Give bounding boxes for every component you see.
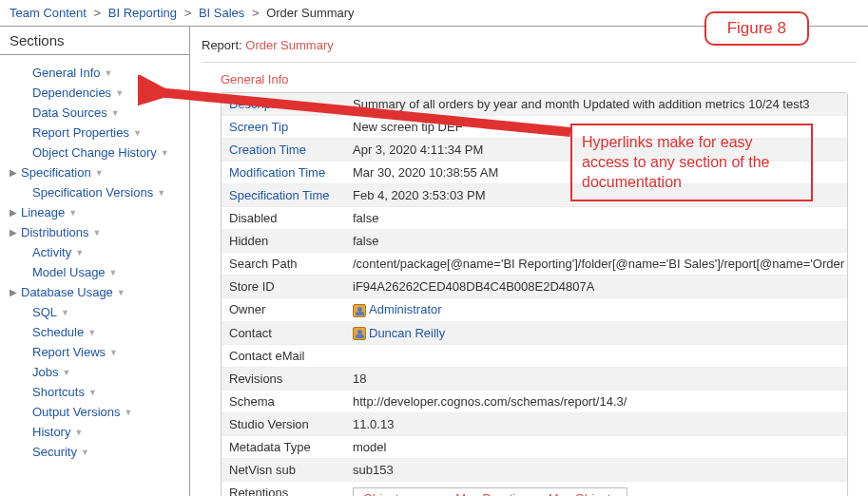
dropdown-icon[interactable]: ▼ <box>87 328 96 337</box>
sidebar-item[interactable]: ▶Shortcuts▼ <box>21 382 189 402</box>
sidebar-link[interactable]: Distributions <box>21 225 89 239</box>
info-value: sub153 <box>345 459 847 481</box>
sidebar-item[interactable]: ▶Report Properties▼ <box>21 123 189 143</box>
sidebar-item[interactable]: ▶Security▼ <box>21 442 189 462</box>
info-row: NetVisn subsub153 <box>222 459 847 482</box>
breadcrumb-sep: > <box>252 6 260 20</box>
dropdown-icon[interactable]: ▼ <box>68 208 77 218</box>
sidebar-item[interactable]: ▶Schedule▼ <box>21 322 189 342</box>
sidebar-link[interactable]: Specification Versions <box>32 185 153 200</box>
sidebar-link[interactable]: Activity <box>32 245 71 259</box>
sidebar-link[interactable]: Database Usage <box>21 285 113 299</box>
sidebar-item[interactable]: ▶Activity▼ <box>21 242 189 262</box>
breadcrumb-link[interactable]: BI Reporting <box>108 6 177 20</box>
dropdown-icon[interactable]: ▼ <box>117 288 125 297</box>
dropdown-icon[interactable]: ▼ <box>111 108 120 118</box>
info-label: Schema <box>222 391 345 412</box>
breadcrumb-link[interactable]: BI Sales <box>199 6 244 20</box>
dropdown-icon[interactable]: ▼ <box>93 228 102 238</box>
info-value: Summary of all orders by year and month … <box>345 93 847 115</box>
dropdown-icon[interactable]: ▼ <box>105 68 113 78</box>
info-row: DescriptionSummary of all orders by year… <box>222 93 847 116</box>
sidebar-link[interactable]: Schedule <box>32 325 84 339</box>
dropdown-icon[interactable]: ▼ <box>109 348 118 357</box>
sidebar-item[interactable]: ▶Specification Versions▼ <box>21 182 189 202</box>
sidebar-item[interactable]: ▶Distributions▼ <box>10 222 189 242</box>
sidebar-item[interactable]: ▶Output Versions▼ <box>21 402 189 422</box>
sidebar-link[interactable]: Report Properties <box>32 125 129 140</box>
dropdown-icon[interactable]: ▼ <box>75 248 84 258</box>
callout-box: Hyperlinks make for easy access to any s… <box>570 124 813 201</box>
sidebar-link[interactable]: Security <box>32 445 77 459</box>
info-value: Administrator <box>345 298 847 321</box>
sidebar-item[interactable]: ▶History▼ <box>21 422 189 442</box>
breadcrumb-link[interactable]: Team Content <box>10 6 87 20</box>
info-value-text: iF94A26262CED408DB4C4B008E2D4807A <box>353 279 594 294</box>
sidebar-link[interactable]: General Info <box>32 66 101 80</box>
dropdown-icon[interactable]: ▼ <box>61 308 69 317</box>
info-label[interactable]: Specification Time <box>222 184 345 206</box>
sidebar-item[interactable]: ▶Jobs▼ <box>21 362 189 382</box>
dropdown-icon[interactable]: ▼ <box>161 148 169 158</box>
sidebar-link[interactable]: History <box>32 425 70 439</box>
sidebar-link[interactable]: SQL <box>32 305 57 319</box>
sidebar-link[interactable]: Report Views <box>32 345 106 359</box>
section-title: General Info <box>221 72 857 86</box>
expand-caret-icon[interactable]: ▶ <box>10 167 19 178</box>
sidebar-link[interactable]: Shortcuts <box>32 385 85 399</box>
dropdown-icon[interactable]: ▼ <box>109 268 118 277</box>
info-label: Hidden <box>222 230 345 252</box>
dropdown-icon[interactable]: ▼ <box>95 168 104 178</box>
sidebar-item[interactable]: ▶Database Usage▼ <box>10 282 189 302</box>
info-label[interactable]: Description <box>222 93 345 115</box>
sidebar-link[interactable]: Data Sources <box>32 105 107 120</box>
sidebar-item[interactable]: ▶General Info▼ <box>21 63 189 83</box>
retentions-table: ObjectMax DurationMax ObjectsreportVersi… <box>353 487 627 496</box>
sidebar-link[interactable]: Output Versions <box>32 405 121 419</box>
sidebar-link[interactable]: Jobs <box>32 365 58 379</box>
info-row: OwnerAdministrator <box>222 298 847 322</box>
sidebar-item[interactable]: ▶Data Sources▼ <box>21 103 189 123</box>
dropdown-icon[interactable]: ▼ <box>125 408 133 417</box>
breadcrumb-sep: > <box>94 6 102 20</box>
sidebar-link[interactable]: Specification <box>21 165 91 180</box>
info-value: false <box>345 230 847 252</box>
info-label: Revisions <box>222 368 345 390</box>
sidebar-item[interactable]: ▶Lineage▼ <box>10 202 189 222</box>
dropdown-icon[interactable]: ▼ <box>62 368 70 377</box>
info-label[interactable]: Modification Time <box>222 162 345 183</box>
expand-caret-icon[interactable]: ▶ <box>10 227 19 238</box>
expand-caret-icon[interactable]: ▶ <box>10 287 19 297</box>
sidebar-item[interactable]: ▶SQL▼ <box>21 302 189 322</box>
info-value-text: model <box>353 440 386 454</box>
info-label: Studio Version <box>222 413 345 435</box>
info-value-text[interactable]: Administrator <box>369 302 442 316</box>
sidebar-link[interactable]: Lineage <box>21 205 65 219</box>
sidebar-link[interactable]: Dependencies <box>32 86 111 100</box>
dropdown-icon[interactable]: ▼ <box>133 128 142 138</box>
dropdown-icon[interactable]: ▼ <box>115 88 124 98</box>
info-value: /content/package[@name='BI Reporting']/f… <box>345 253 847 275</box>
sidebar-item[interactable]: ▶Object Change History▼ <box>21 143 189 162</box>
info-value: model <box>345 436 847 458</box>
info-value-text: 18 <box>353 372 366 386</box>
dropdown-icon[interactable]: ▼ <box>88 388 97 397</box>
sections-list: ▶General Info▼▶Dependencies▼▶Data Source… <box>0 55 189 469</box>
info-label[interactable]: Screen Tip <box>222 116 345 138</box>
info-value-text[interactable]: Duncan Reilly <box>369 326 445 340</box>
info-value: iF94A26262CED408DB4C4B008E2D4807A <box>345 276 847 297</box>
info-label[interactable]: Creation Time <box>222 139 345 161</box>
sidebar-link[interactable]: Object Change History <box>32 145 157 160</box>
sidebar-item[interactable]: ▶Report Views▼ <box>21 342 189 362</box>
ret-header: Object <box>354 488 447 496</box>
dropdown-icon[interactable]: ▼ <box>81 448 89 457</box>
expand-caret-icon[interactable]: ▶ <box>10 207 19 218</box>
info-label: Disabled <box>222 207 345 229</box>
dropdown-icon[interactable]: ▼ <box>157 188 165 198</box>
info-row: Revisions18 <box>222 368 847 391</box>
sidebar-item[interactable]: ▶Model Usage▼ <box>21 262 189 282</box>
dropdown-icon[interactable]: ▼ <box>74 428 83 437</box>
sidebar-item[interactable]: ▶Dependencies▼ <box>21 83 189 103</box>
sidebar-item[interactable]: ▶Specification▼ <box>10 162 189 182</box>
sidebar-link[interactable]: Model Usage <box>32 265 106 279</box>
